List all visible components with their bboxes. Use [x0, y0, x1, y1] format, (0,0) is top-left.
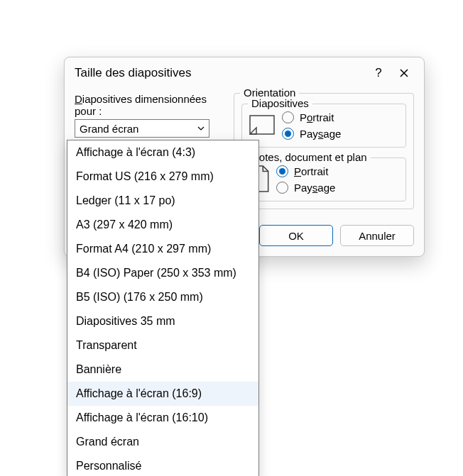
- notes-orient-row: Portrait Paysage: [249, 164, 398, 194]
- dropdown-item[interactable]: Ledger (11 x 17 po): [67, 189, 258, 213]
- dropdown-item[interactable]: Affichage à l'écran (16:10): [67, 406, 258, 430]
- dropdown-item[interactable]: Affichage à l'écran (4:3): [67, 140, 258, 165]
- cancel-button[interactable]: Annuler: [340, 225, 414, 246]
- orientation-group: Orientation Diapositives Portrait: [234, 93, 414, 209]
- slides-radio-col: Portrait Paysage: [282, 111, 341, 140]
- landscape-page-icon: [249, 114, 275, 135]
- label-rest: iapositives dimensionnées pour :: [75, 93, 207, 117]
- slides-sized-for-dropdown[interactable]: Affichage à l'écran (4:3)Format US (216 …: [67, 140, 259, 476]
- help-button[interactable]: ?: [366, 63, 391, 83]
- radio-label: Paysage: [300, 128, 341, 140]
- close-button[interactable]: [391, 63, 417, 83]
- radio-icon: [276, 165, 288, 177]
- label-accel: D: [75, 93, 82, 105]
- notes-portrait-radio[interactable]: Portrait: [276, 165, 335, 177]
- dropdown-item[interactable]: A3 (297 x 420 mm): [67, 213, 258, 237]
- notes-radio-col: Portrait Paysage: [276, 165, 335, 194]
- notes-orientation-group: Notes, document et plan Portrait: [241, 157, 406, 201]
- slides-landscape-radio[interactable]: Paysage: [282, 128, 341, 140]
- radio-icon: [282, 128, 294, 140]
- titlebar: Taille des diapositives ?: [65, 57, 424, 87]
- dropdown-item[interactable]: B5 (ISO) (176 x 250 mm): [67, 285, 258, 309]
- right-panel: Orientation Diapositives Portrait: [234, 93, 414, 216]
- radio-label: Portrait: [300, 111, 334, 123]
- radio-icon: [282, 111, 294, 123]
- slides-sized-for-label: Diapositives dimensionnées pour :: [75, 93, 224, 117]
- slides-portrait-radio[interactable]: Portrait: [282, 111, 341, 123]
- dropdown-item[interactable]: Transparent: [67, 333, 258, 358]
- slides-orient-row: Portrait Paysage: [249, 110, 398, 140]
- notes-orientation-legend: Notes, document et plan: [248, 151, 371, 163]
- dialog-title: Taille des diapositives: [75, 66, 366, 80]
- ok-button[interactable]: OK: [259, 225, 333, 246]
- radio-label: Portrait: [294, 165, 328, 177]
- dropdown-item[interactable]: Personnalisé: [67, 454, 258, 476]
- dropdown-item[interactable]: Format US (216 x 279 mm): [67, 165, 258, 189]
- dropdown-item[interactable]: Bannière: [67, 358, 258, 382]
- dropdown-item[interactable]: Format A4 (210 x 297 mm): [67, 237, 258, 261]
- dropdown-item[interactable]: B4 (ISO) Paper (250 x 353 mm): [67, 261, 258, 285]
- slides-orientation-group: Diapositives Portrait Pa: [241, 104, 406, 148]
- dropdown-item[interactable]: Affichage à l'écran (16:9): [67, 382, 258, 406]
- combo-value: Grand écran: [80, 123, 195, 135]
- slides-orientation-legend: Diapositives: [248, 97, 312, 109]
- dropdown-item[interactable]: Diapositives 35 mm: [67, 309, 258, 333]
- radio-label: Paysage: [294, 182, 335, 194]
- dropdown-item[interactable]: Grand écran: [67, 430, 258, 454]
- notes-landscape-radio[interactable]: Paysage: [276, 182, 335, 194]
- chevron-down-icon: [195, 121, 207, 136]
- radio-icon: [276, 182, 288, 194]
- close-icon: [399, 68, 409, 78]
- slides-sized-for-combo[interactable]: Grand écran: [75, 119, 209, 138]
